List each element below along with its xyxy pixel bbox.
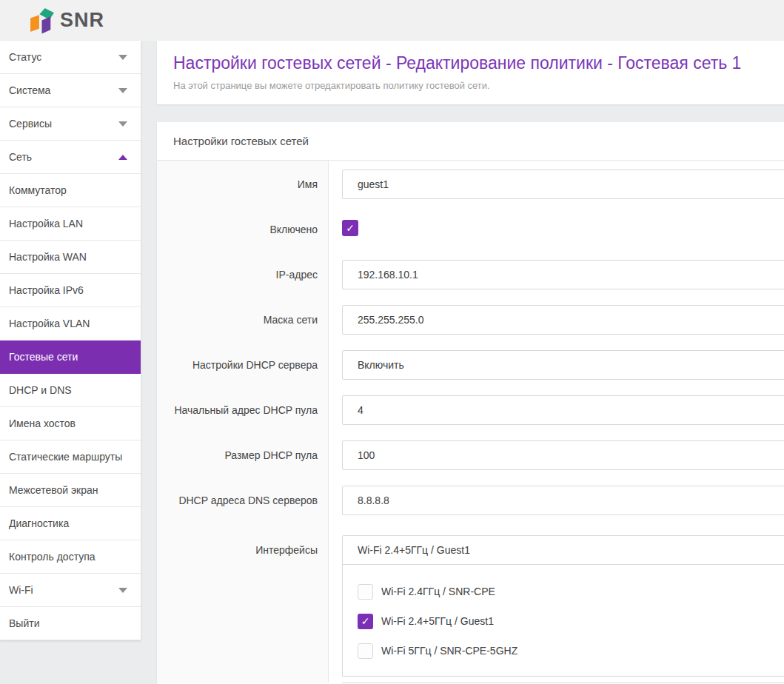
sidebar-item-label: Сервисы	[9, 118, 52, 130]
sidebar-item-label: Настройка IPv6	[9, 284, 84, 296]
interface-option-label: Wi-Fi 5ГГц / SNR-CPE-5GHZ	[381, 645, 517, 657]
form-row-enabled: Включено ✓	[157, 206, 784, 251]
sidebar-item-label: Wi-Fi	[9, 584, 33, 596]
dhcp-server-select[interactable]	[342, 350, 784, 380]
dhcp-dns-label: DHCP адреса DNS серверов	[157, 477, 328, 522]
check-icon: ✓	[346, 222, 355, 234]
form-row-interfaces: Интерфейсы Wi-Fi 2.4ГГц / SNR-CPE ✓ Wi-F…	[157, 522, 784, 683]
form-row-dhcp-dns: DHCP адреса DNS серверов	[157, 477, 784, 522]
form-card-title: Настройки гостевых сетей	[157, 122, 784, 161]
sidebar-item-switch[interactable]: Коммутатор	[0, 174, 141, 207]
enabled-checkbox[interactable]: ✓	[342, 220, 358, 236]
netmask-label: Маска сети	[157, 296, 328, 341]
interface-checkbox-unchecked[interactable]	[358, 643, 373, 659]
ip-address-label: IP-адрес	[157, 251, 328, 296]
dhcp-server-label: Настройки DHCP сервера	[157, 341, 328, 386]
sidebar-item-label: Настройка VLAN	[9, 318, 90, 329]
sidebar-item-label: Выйти	[9, 617, 39, 629]
page-title: Настройки гостевых сетей - Редактировани…	[173, 52, 784, 74]
form-body: Имя Включено ✓ IP-адрес	[157, 161, 784, 683]
main-content: Настройки гостевых сетей - Редактировани…	[157, 41, 784, 684]
sidebar-item-label: Имена хостов	[9, 418, 76, 429]
ip-address-input[interactable]	[342, 260, 784, 289]
sidebar-item-label: DHCP и DNS	[9, 384, 72, 396]
sidebar-item-lan-settings[interactable]: Настройка LAN	[0, 207, 141, 241]
sidebar-item-label: Статические маршруты	[9, 451, 122, 463]
sidebar-item-label: Коммутатор	[9, 184, 67, 196]
sidebar-item-label: Система	[9, 84, 50, 96]
sidebar-item-label: Статус	[9, 51, 41, 63]
sidebar-item-guest-networks[interactable]: Гостевые сети	[0, 341, 141, 374]
sidebar-item-services[interactable]: Сервисы	[0, 107, 141, 141]
sidebar-item-label: Сеть	[9, 151, 32, 163]
dhcp-dns-input[interactable]	[342, 486, 784, 515]
dhcp-pool-size-input[interactable]	[342, 440, 784, 470]
form-row-dhcp-server: Настройки DHCP сервера	[157, 341, 784, 386]
sidebar-item-label: Гостевые сети	[9, 351, 78, 363]
chevron-up-icon	[118, 155, 127, 160]
sidebar-item-label: Межсетевой экран	[9, 484, 98, 496]
name-input[interactable]	[342, 170, 784, 199]
snr-logo: SNR	[30, 7, 104, 34]
sidebar-item-diagnostics[interactable]: Диагностика	[0, 507, 141, 540]
chevron-down-icon	[118, 55, 127, 60]
check-icon: ✓	[361, 615, 370, 627]
sidebar-item-hostnames[interactable]: Имена хостов	[0, 407, 141, 440]
sidebar-item-label: Контроль доступа	[9, 551, 96, 563]
interfaces-dropdown-panel: Wi-Fi 2.4ГГц / SNR-CPE ✓ Wi-Fi 2.4+5ГГц …	[342, 564, 784, 677]
sidebar-item-label: Диагностика	[9, 517, 69, 529]
sidebar-item-network[interactable]: Сеть	[0, 141, 141, 174]
next-field-cutoff	[342, 683, 784, 683]
interface-option-wifi5[interactable]: Wi-Fi 5ГГц / SNR-CPE-5GHZ	[343, 636, 784, 665]
chevron-down-icon	[118, 588, 127, 593]
sidebar-item-status[interactable]: Статус	[0, 41, 141, 74]
interface-option-wifi24[interactable]: Wi-Fi 2.4ГГц / SNR-CPE	[343, 577, 784, 606]
page-header-card: Настройки гостевых сетей - Редактировани…	[157, 41, 784, 104]
sidebar-item-vlan-settings[interactable]: Настройка VLAN	[0, 307, 141, 341]
form-row-dhcp-pool-size: Размер DHCP пула	[157, 432, 784, 477]
interfaces-input[interactable]	[342, 535, 784, 565]
interface-option-label: Wi-Fi 2.4ГГц / SNR-CPE	[381, 586, 495, 597]
sidebar-item-system[interactable]: Система	[0, 74, 141, 107]
form-row-netmask: Маска сети	[157, 296, 784, 341]
page-subtitle: На этой странице вы можете отредактирова…	[173, 80, 784, 91]
interface-option-wifi245-guest1[interactable]: ✓ Wi-Fi 2.4+5ГГц / Guest1	[343, 606, 784, 636]
form-row-name: Имя	[157, 161, 784, 206]
topbar: SNR	[0, 0, 784, 41]
sidebar-item-label: Настройка LAN	[9, 218, 83, 229]
interface-option-label: Wi-Fi 2.4+5ГГц / Guest1	[381, 615, 494, 627]
sidebar-item-wifi[interactable]: Wi-Fi	[0, 574, 141, 607]
sidebar-item-logout[interactable]: Выйти	[0, 607, 141, 640]
netmask-input[interactable]	[342, 305, 784, 335]
sidebar-item-ipv6-settings[interactable]: Настройка IPv6	[0, 274, 141, 307]
brand-name: SNR	[60, 9, 104, 32]
guest-network-form-card: Настройки гостевых сетей Имя Включено ✓ …	[157, 122, 784, 684]
sidebar-item-wan-settings[interactable]: Настройка WAN	[0, 241, 141, 274]
snr-logo-icon	[30, 7, 55, 34]
sidebar: Статус Система Сервисы Сеть Коммутатор Н…	[0, 41, 141, 640]
chevron-down-icon	[118, 121, 127, 127]
sidebar-item-firewall[interactable]: Межсетевой экран	[0, 474, 141, 507]
enabled-label: Включено	[157, 206, 328, 251]
form-row-ip-address: IP-адрес	[157, 251, 784, 296]
interface-checkbox-checked[interactable]: ✓	[358, 614, 373, 629]
sidebar-item-static-routes[interactable]: Статические маршруты	[0, 440, 141, 474]
dhcp-pool-start-input[interactable]	[342, 395, 784, 425]
interface-checkbox-unchecked[interactable]	[358, 584, 373, 600]
sidebar-item-label: Настройка WAN	[9, 251, 87, 263]
dhcp-pool-size-label: Размер DHCP пула	[157, 432, 328, 477]
sidebar-item-access-control[interactable]: Контроль доступа	[0, 540, 141, 574]
form-row-dhcp-pool-start: Начальный адрес DHCP пула	[157, 386, 784, 432]
sidebar-item-dhcp-dns[interactable]: DHCP и DNS	[0, 374, 141, 407]
chevron-down-icon	[118, 88, 127, 93]
dhcp-pool-start-label: Начальный адрес DHCP пула	[157, 386, 328, 432]
interfaces-label: Интерфейсы	[157, 522, 328, 683]
name-label: Имя	[157, 161, 328, 206]
